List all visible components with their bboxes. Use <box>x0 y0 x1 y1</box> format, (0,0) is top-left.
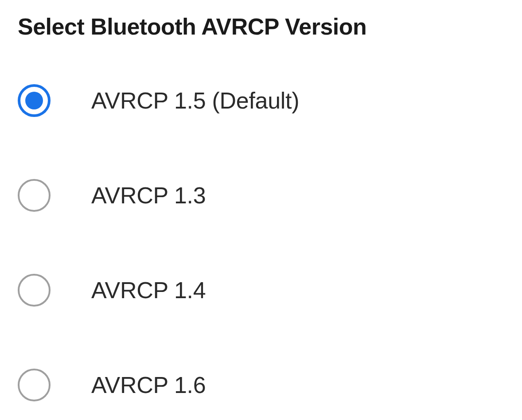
radio-icon <box>18 179 51 212</box>
option-label: AVRCP 1.4 <box>91 277 206 303</box>
option-avrcp-1-3[interactable]: AVRCP 1.3 <box>18 179 504 212</box>
radio-inner-icon <box>25 92 43 109</box>
option-label: AVRCP 1.3 <box>91 182 206 209</box>
radio-icon <box>18 274 51 307</box>
radio-icon <box>18 369 51 401</box>
option-avrcp-1-4[interactable]: AVRCP 1.4 <box>18 274 504 307</box>
option-label: AVRCP 1.6 <box>91 372 206 398</box>
option-avrcp-1-6[interactable]: AVRCP 1.6 <box>18 369 504 401</box>
radio-icon <box>18 84 51 117</box>
dialog-title: Select Bluetooth AVRCP Version <box>18 13 504 40</box>
option-label: AVRCP 1.5 (Default) <box>91 87 299 114</box>
option-avrcp-1-5[interactable]: AVRCP 1.5 (Default) <box>18 84 504 117</box>
option-list: AVRCP 1.5 (Default) AVRCP 1.3 AVRCP 1.4 … <box>18 84 504 401</box>
